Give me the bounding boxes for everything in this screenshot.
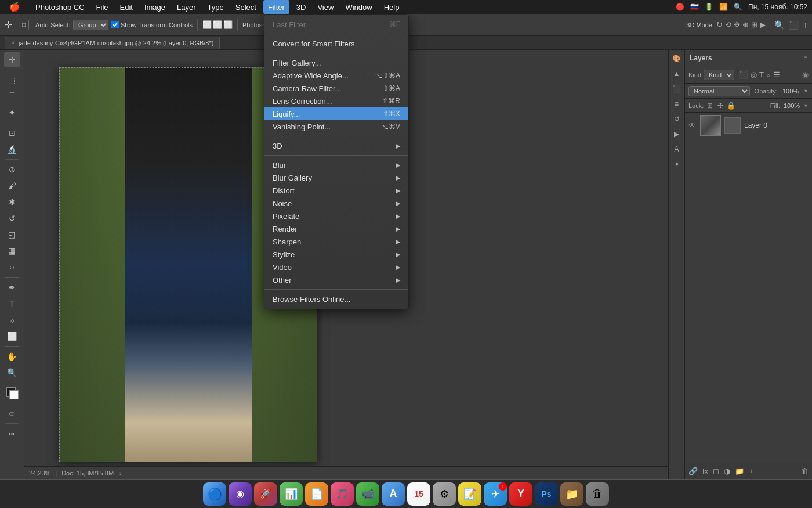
filter-pixel-icon[interactable]: ⬛	[739, 70, 748, 79]
3d-pan-icon[interactable]: ✥	[734, 20, 740, 29]
layers-icon[interactable]: ⬛	[670, 82, 683, 95]
transform-icon[interactable]: ⬜	[223, 20, 233, 29]
menu-layer[interactable]: Layer	[172, 0, 201, 14]
filter-camera-raw[interactable]: Camera Raw Filter... ⇧⌘A	[264, 82, 408, 95]
delete-layer-btn[interactable]: 🗑	[801, 467, 809, 475]
actions-icon[interactable]: ▶	[670, 128, 683, 140]
history-brush-tool[interactable]: ↺	[4, 211, 20, 226]
dock-launchpad[interactable]: 🚀	[254, 482, 277, 506]
search-icon[interactable]: 🔍	[734, 3, 742, 11]
status-arrow[interactable]: ›	[119, 470, 122, 477]
menu-image[interactable]: Image	[140, 0, 170, 14]
share-icon[interactable]: ↑	[803, 20, 807, 30]
text-tool[interactable]: T	[4, 296, 20, 311]
filter-type-icon[interactable]: T	[759, 70, 764, 79]
new-group-btn[interactable]: 📁	[735, 467, 744, 475]
filter-pixelate[interactable]: Pixelate ▶	[264, 210, 408, 222]
lock-position-icon[interactable]: ✣	[717, 102, 723, 110]
tab-close[interactable]: ✕	[11, 40, 16, 46]
pen-tool[interactable]: ✒	[4, 280, 20, 295]
menu-type[interactable]: Type	[203, 0, 229, 14]
dock-prefs[interactable]: ⚙	[433, 482, 456, 506]
filter-browse-online[interactable]: Browse Filters Online...	[264, 293, 408, 305]
layer-visibility-icon[interactable]: 👁	[688, 121, 695, 129]
dock-siri[interactable]: ◉	[229, 482, 252, 506]
zoom-tool[interactable]: 🔍	[4, 365, 20, 380]
filter-liquify[interactable]: Liquify... ⇧⌘X	[264, 107, 408, 120]
filter-adjust-icon[interactable]: ◎	[751, 70, 757, 79]
dock-pages[interactable]: 📄	[305, 482, 328, 506]
dodge-tool[interactable]: ○	[4, 260, 20, 275]
dock-finder[interactable]: 🔵	[203, 482, 226, 506]
styles-icon[interactable]: ✦	[670, 158, 683, 171]
history-icon[interactable]: ↺	[670, 113, 683, 125]
eyedropper-tool[interactable]: 🔬	[4, 142, 20, 157]
layers-menu-icon[interactable]: ≡	[804, 55, 807, 61]
clone-stamp-tool[interactable]: ✱	[4, 194, 20, 210]
dock-music[interactable]: 🎵	[331, 482, 354, 506]
align-left-icon[interactable]: ⬜	[202, 20, 212, 29]
filter-sharpen[interactable]: Sharpen ▶	[264, 235, 408, 248]
eraser-tool[interactable]: ◱	[4, 227, 20, 242]
filter-vanishing-point[interactable]: Vanishing Point... ⌥⌘V	[264, 120, 408, 133]
add-mask-btn[interactable]: ◻	[713, 467, 719, 475]
3d-slide-icon[interactable]: ⊕	[742, 20, 749, 29]
video-icon[interactable]: ▶	[760, 20, 766, 29]
menu-select[interactable]: Select	[231, 0, 261, 14]
extras-btn[interactable]: •••	[4, 426, 20, 441]
opacity-chevron[interactable]: ▼	[803, 88, 809, 94]
healing-brush-tool[interactable]: ⊕	[4, 162, 20, 177]
menu-file[interactable]: File	[92, 0, 113, 14]
menu-window[interactable]: Window	[340, 0, 376, 14]
3d-scale-icon[interactable]: ⊞	[751, 20, 757, 29]
transform-checkbox[interactable]	[111, 21, 119, 28]
document-tab[interactable]: ✕ jade-destiny-Cix4j4GP1AM-unsplash.jpg …	[5, 37, 220, 49]
dock-numbers[interactable]: 📊	[280, 482, 303, 506]
3d-roll-icon[interactable]: ⟲	[725, 20, 731, 29]
foreground-color[interactable]	[4, 385, 20, 401]
hand-tool[interactable]: ✋	[4, 349, 20, 364]
blend-mode-select[interactable]: Normal Multiply Screen Overlay	[688, 86, 750, 96]
dock-calendar[interactable]: 15	[407, 482, 430, 506]
quick-mask-mode[interactable]: ⬭	[4, 406, 20, 421]
filter-gallery[interactable]: Filter Gallery...	[264, 56, 408, 69]
menu-3d[interactable]: 3D	[292, 0, 311, 14]
new-adjustment-btn[interactable]: ◑	[724, 467, 730, 475]
apple-menu[interactable]: 🍎	[5, 0, 25, 14]
distribute-icon[interactable]: ⬜	[213, 20, 222, 29]
path-tool[interactable]: ⬦	[4, 312, 20, 327]
filter-shape-icon[interactable]: ⬦	[766, 70, 771, 79]
dock-folder[interactable]: 📁	[560, 482, 583, 506]
filter-render[interactable]: Render ▶	[264, 222, 408, 235]
filter-toggle-icon[interactable]: ◉	[802, 70, 809, 79]
filter-lens-correction[interactable]: Lens Correction... ⇧⌘R	[264, 95, 408, 107]
filter-stylize[interactable]: Stylize ▶	[264, 248, 408, 261]
layer-item[interactable]: 👁 Layer 0	[685, 113, 812, 138]
filter-blur[interactable]: Blur ▶	[264, 158, 408, 171]
dock-yandex[interactable]: Y	[509, 482, 532, 506]
character-icon[interactable]: A	[670, 143, 683, 156]
dock-appstore[interactable]: A	[382, 482, 405, 506]
new-layer-btn[interactable]: +	[749, 467, 753, 475]
dock-notes[interactable]: 📝	[458, 482, 481, 506]
filter-convert-smart[interactable]: Convert for Smart Filters	[264, 37, 408, 50]
color-sampler-icon[interactable]: 🎨	[670, 52, 683, 65]
filter-distort[interactable]: Distort ▶	[264, 184, 408, 197]
lasso-tool[interactable]: ⌒	[4, 89, 20, 104]
filter-other[interactable]: Other ▶	[264, 273, 408, 286]
filter-3d[interactable]: 3D ▶	[264, 139, 408, 152]
navigator-icon[interactable]: ≡	[670, 98, 683, 110]
filter-smart-icon[interactable]: ☰	[773, 70, 780, 79]
auto-select-dropdown[interactable]: Group Layer	[73, 20, 108, 30]
magic-wand-tool[interactable]: ✦	[4, 105, 20, 120]
filter-last-filter[interactable]: Last Filter ⌘F	[264, 18, 408, 31]
align-btn[interactable]: □	[19, 20, 29, 30]
3d-rotate-icon[interactable]: ↻	[716, 20, 723, 29]
lock-all-icon[interactable]: 🔒	[727, 102, 735, 110]
fill-chevron[interactable]: ▼	[803, 103, 809, 109]
dock-trash[interactable]: 🗑	[586, 482, 609, 506]
move-tool[interactable]: ✛	[4, 52, 20, 67]
menu-edit[interactable]: Edit	[115, 0, 137, 14]
menu-filter[interactable]: Filter	[263, 0, 289, 14]
gradient-tool[interactable]: ▦	[4, 243, 20, 258]
